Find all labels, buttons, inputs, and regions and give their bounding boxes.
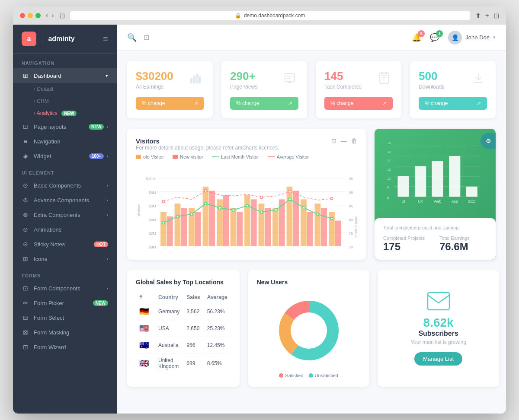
svg-text:85: 85 [349,204,353,208]
downloads-footer-label: % change [425,100,448,106]
page-layouts-icon: ⊡ [22,123,29,130]
col-sales: Sales [183,292,203,303]
col-average: Average [204,292,231,303]
sidebar-item-pagelayouts-label: Page layouts [34,124,86,130]
green-stats-row: Completed Projects 175 Total Earnings 76… [383,235,487,253]
tabs-icon[interactable]: ⊡ [493,12,499,20]
widget-chevron-icon: › [106,153,108,159]
gear-button[interactable]: ⚙ [481,133,496,149]
donut-legend: Satisfied Unsatisfied [257,373,361,378]
pageviews-footer[interactable]: % change ↗ [230,97,298,110]
svg-text:75: 75 [349,231,353,235]
sidebar: a | adminty ☰ Navigation ⊞ Dashboard ▾ ›… [13,25,117,414]
earnings-footer[interactable]: % change ↗ [136,97,204,110]
svg-text:UI: UI [401,199,405,204]
minimize-card-icon[interactable]: — [341,137,347,144]
url-text[interactable]: demo.dashboardpack.com [244,13,305,19]
sidebar-item-dashboard-label: Dashboard [34,73,103,79]
sales-card: Global Sales by Top Locations # Country … [127,270,240,387]
svg-rect-14 [385,72,388,74]
svg-rect-39 [175,204,181,246]
sales-australia: 956 [183,337,203,354]
sidebar-item-extra-label: Extra Components [34,212,104,218]
sidebar-toggle-icon[interactable]: ⊡ [59,12,65,20]
sales-usa: 2,650 [183,320,203,337]
share-icon[interactable]: ⬆ [475,12,481,20]
maximize-button[interactable] [35,13,41,18]
sidebar-subitem-crm[interactable]: › CRM [13,95,117,107]
svg-text:8: 8 [387,185,389,189]
search-icon[interactable]: 🔍 [127,33,137,42]
svg-text:6: 6 [387,196,389,200]
sidebar-item-animations[interactable]: ⊜ Animations [13,222,117,237]
sidebar-item-advance-components[interactable]: ⊚ Advance Components › [13,193,117,207]
country-australia: Australia [155,337,183,354]
svg-text:$10M: $10M [146,177,156,181]
topbar: 🔍 ⊡ 🔔 5 💬 3 👤 John Doe ▾ [117,25,506,51]
header-toggle-icon[interactable]: ☰ [103,36,108,42]
manage-list-button[interactable]: Manage List [414,352,462,366]
sidebar-item-form-picker[interactable]: ✏ Form Picker NEW [13,296,117,310]
delete-card-icon[interactable]: 🗑 [351,137,357,144]
sidebar-item-extra-components[interactable]: ⊛ Extra Components › [13,207,117,222]
svg-text:UX: UX [418,199,423,204]
svg-point-75 [330,217,333,220]
sidebar-item-widget[interactable]: ◈ Widget 100+ › [13,149,117,163]
sidebar-item-page-layouts[interactable]: ⊡ Page layouts NEW › [13,119,117,134]
back-icon[interactable]: ‹ [46,12,48,19]
tasks-footer[interactable]: % change ↗ [324,97,393,110]
expand-icon[interactable]: ⊡ [144,33,149,41]
brand-name: adminty [48,35,74,43]
close-button[interactable] [20,13,25,18]
chevron-down-icon: ▾ [106,73,108,79]
sidebar-item-formmasking-label: Form Masking [34,329,108,336]
forward-icon[interactable]: › [51,12,54,19]
svg-rect-103 [466,187,477,197]
svg-rect-59 [315,204,321,246]
user-avatar: 👤 [448,31,462,45]
navigation-icon: ≡ [22,138,29,145]
svg-rect-0 [190,78,192,83]
svg-rect-50 [251,199,257,246]
svg-point-79 [288,191,291,193]
sidebar-item-icons[interactable]: ⊞ Icons › [13,251,117,266]
minimize-button[interactable] [28,13,33,18]
earnings-icon [187,70,204,87]
sidebar-item-form-select[interactable]: ⊟ Form Select [13,310,117,325]
app-layout: a | adminty ☰ Navigation ⊞ Dashboard ▾ ›… [13,25,506,414]
svg-text:$0M: $0M [149,245,156,249]
subscribers-label: Subscribers [418,330,458,337]
extra-components-icon: ⊛ [22,211,29,218]
sidebar-subitem-analytics[interactable]: › Analytics NEW [13,107,117,119]
table-row: 🇺🇸 USA 2,650 25.23% [136,320,231,337]
new-tab-icon[interactable]: + [485,12,489,20]
expand-card-icon[interactable]: ⊡ [331,137,336,144]
sidebar-item-animations-label: Animations [34,226,108,233]
earnings-value: $30200 [136,70,173,83]
user-section[interactable]: 👤 John Doe ▾ [448,31,496,45]
sticky-notes-badge: HOT [94,242,108,247]
messages-button[interactable]: 💬 3 [430,33,439,42]
svg-rect-37 [160,212,167,246]
sidebar-item-formwizard-label: Form Wizard [34,344,108,350]
sidebar-item-form-masking[interactable]: ⊠ Form Masking [13,325,117,340]
subscribers-count: 8.62k [423,316,454,330]
messages-badge: 3 [436,30,443,37]
sidebar-item-form-components[interactable]: ⊡ Form Components › [13,281,117,296]
total-earnings-value: 76.6M [439,241,487,253]
sidebar-item-basic-components[interactable]: ⊙ Basic Components › [13,178,117,193]
sidebar-item-navigation[interactable]: ≡ Navigation [13,134,117,149]
svg-text:$8M: $8M [149,191,156,195]
sidebar-subitem-default[interactable]: › Default [13,83,117,95]
svg-text:New Visitors: New Visitors [354,216,357,238]
charts-row: Visitors For more details about usage, p… [127,129,496,260]
table-row: 🇬🇧 United Kingdom 689 8.65% [136,354,231,373]
downloads-footer[interactable]: % change ↗ [419,97,487,110]
chevron-right-icon: › [106,124,108,129]
icons-chevron-icon: › [106,256,108,261]
sidebar-item-sticky-notes[interactable]: ⊝ Sticky Notes HOT [13,237,117,251]
notifications-button[interactable]: 🔔 5 [412,33,421,42]
sidebar-item-form-wizard[interactable]: ⊡ Form Wizard [13,340,117,354]
sidebar-item-dashboard[interactable]: ⊞ Dashboard ▾ [13,68,117,83]
sales-uk: 689 [183,354,203,373]
